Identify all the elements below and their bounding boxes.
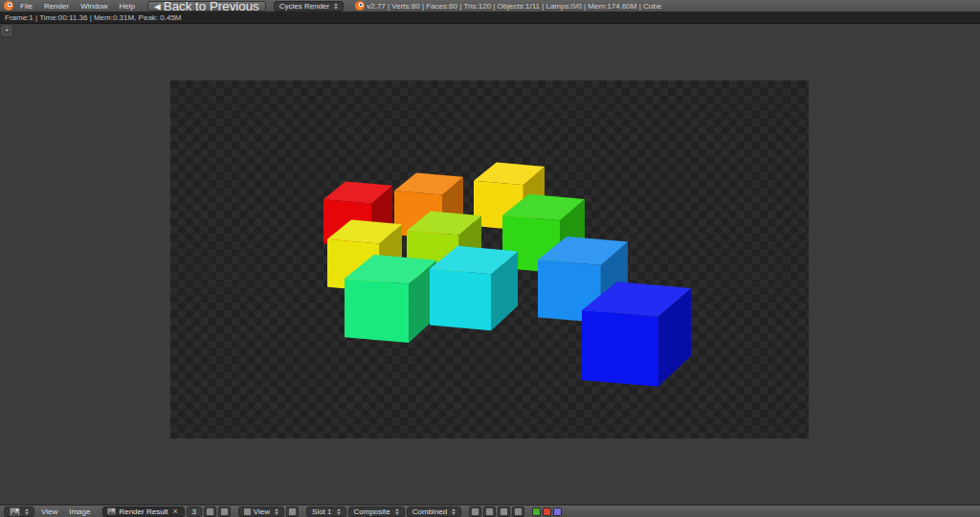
dropdown-arrows-icon [452, 508, 456, 515]
version-stats: v2.77 | Verts:80 | Faces:60 | Tris:120 |… [367, 2, 661, 11]
channel-rgba-button[interactable] [483, 506, 496, 517]
blender-logo-icon[interactable] [4, 1, 13, 11]
pin-icon [221, 508, 228, 515]
region-expand-icon[interactable]: + [2, 26, 11, 35]
channel-z-button[interactable] [512, 506, 524, 517]
render-engine-dropdown[interactable]: Cycles Render [274, 1, 344, 11]
channel-alpha-button[interactable] [498, 506, 510, 517]
back-to-previous-label: Back to Previous [164, 0, 259, 13]
lock-toggle-button[interactable] [286, 506, 299, 517]
header-green-icon[interactable] [532, 507, 541, 516]
editor-type-button[interactable] [4, 506, 34, 517]
render-engine-value: Cycles Render [279, 2, 329, 11]
render-cubes-image [170, 80, 809, 438]
view-mode-dropdown[interactable]: View [238, 506, 284, 517]
rgba-channel-icon [486, 508, 493, 515]
menu-file[interactable]: File [15, 2, 37, 11]
z-channel-icon [515, 508, 522, 515]
dropdown-arrows-icon [275, 508, 278, 515]
menu-window[interactable]: Window [76, 2, 112, 11]
menu-help[interactable]: Help [115, 2, 140, 11]
blender-version-logo-icon [355, 1, 365, 11]
cube-cyan [430, 246, 518, 330]
back-to-previous-button[interactable]: ◂ Back to Previous [147, 1, 266, 11]
back-arrow-icon: ◂ [154, 0, 161, 13]
fake-user-toggle-button[interactable] [204, 506, 216, 517]
render-layer-dropdown[interactable]: Composite [348, 506, 405, 517]
slot-counter-field[interactable]: 3 [187, 506, 202, 517]
menu-image[interactable]: Image [64, 507, 95, 516]
dropdown-arrows-icon [337, 508, 341, 515]
unlink-image-icon[interactable]: × [171, 507, 180, 516]
alpha-channel-icon [501, 508, 507, 515]
dropdown-arrows-icon [395, 508, 399, 515]
render-status-bar: Frame:1 | Time:00:11.36 | Mem:0.31M, Pea… [0, 12, 980, 24]
render-result-canvas[interactable] [170, 80, 809, 438]
slot-dropdown[interactable]: Slot 1 [306, 506, 345, 517]
dropdown-arrows-icon [25, 508, 29, 515]
image-name: Render Result [119, 507, 167, 516]
image-datablock-field[interactable]: Render Result × [102, 506, 184, 517]
header-purple-icon[interactable] [553, 507, 562, 516]
render-layer-value: Composite [354, 507, 390, 516]
render-pass-value: Combined [412, 507, 447, 516]
image-icon [107, 507, 116, 515]
render-status-text: Frame:1 | Time:00:11.36 | Mem:0.31M, Pea… [5, 13, 182, 22]
cube-spring-green [345, 255, 436, 343]
image-editor-icon [10, 507, 20, 516]
render-pass-dropdown[interactable]: Combined [407, 506, 461, 517]
info-header: File Render Window Help ◂ Back to Previo… [0, 0, 980, 12]
image-editor-viewport: + [0, 24, 980, 505]
channel-rgb-button[interactable] [469, 506, 481, 517]
dropdown-arrows-icon [334, 3, 338, 10]
cube-blue [582, 281, 691, 386]
image-editor-header: View Image Render Result × 3 View Slot 1… [0, 505, 980, 517]
lock-icon [289, 508, 296, 515]
toggle-icon [207, 508, 213, 515]
header-red-icon[interactable] [543, 507, 551, 516]
view-mode-icon [244, 508, 251, 515]
view-mode-value: View [254, 507, 270, 516]
menu-view[interactable]: View [36, 507, 62, 516]
pin-toggle-button[interactable] [218, 506, 231, 517]
rgb-channel-icon [472, 508, 479, 515]
slot-value: Slot 1 [312, 507, 331, 516]
menu-render[interactable]: Render [39, 2, 74, 11]
